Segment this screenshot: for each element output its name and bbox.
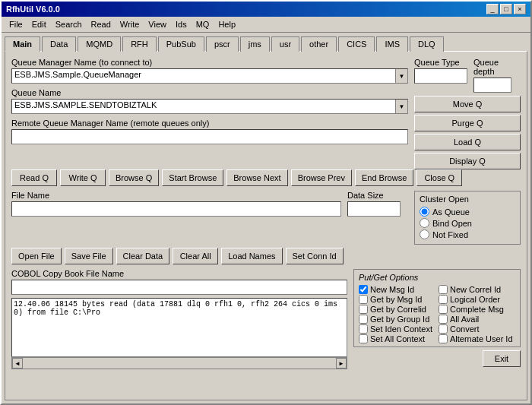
exit-row: Exit xyxy=(353,350,521,367)
queue-type-box: Queue Type xyxy=(414,58,467,93)
end-browse-button[interactable]: End Browse xyxy=(355,169,413,186)
right-buttons: Move Q Purge Q Load Q Display Q xyxy=(414,96,521,169)
file-size-cluster-row: File Name C:\Projects\Microsoft.Practice… xyxy=(11,191,521,245)
opt-get-by-correlid-check[interactable] xyxy=(359,305,368,314)
tab-rfh[interactable]: RFH xyxy=(122,36,157,52)
opt-set-iden-context-check[interactable] xyxy=(359,324,368,334)
cluster-bind-open-radio[interactable] xyxy=(420,218,429,228)
opt-get-by-correlid-label: Get by Correlid xyxy=(370,305,426,314)
opt-all-avail-check[interactable] xyxy=(439,315,448,324)
menu-help[interactable]: Help xyxy=(214,18,240,30)
opt-alternate-user-id: Alternate User Id xyxy=(439,334,515,343)
queue-type-input[interactable] xyxy=(414,68,467,84)
menu-mq[interactable]: MQ xyxy=(192,18,214,30)
purge-q-button[interactable]: Purge Q xyxy=(414,115,521,131)
read-q-button[interactable]: Read Q xyxy=(11,169,57,186)
menu-read[interactable]: Read xyxy=(87,18,116,30)
cobol-label: COBOL Copy Book File Name xyxy=(11,269,347,278)
left-bottom: COBOL Copy Book File Name 12.40.06 18145… xyxy=(11,269,347,369)
menu-write[interactable]: Write xyxy=(116,18,144,30)
exit-button[interactable]: Exit xyxy=(483,350,521,367)
window-controls: _ □ × xyxy=(486,4,526,14)
scroll-right-button[interactable]: ► xyxy=(336,358,347,369)
scroll-left-button[interactable]: ◄ xyxy=(12,358,23,369)
opt-new-msg-id-check[interactable] xyxy=(359,285,368,294)
menu-view[interactable]: View xyxy=(144,18,171,30)
clear-data-button[interactable]: Clear Data xyxy=(116,248,170,264)
set-conn-id-button[interactable]: Set Conn Id xyxy=(286,248,344,264)
tab-pscr[interactable]: pscr xyxy=(206,36,239,52)
file-name-label: File Name xyxy=(11,191,341,200)
right-bottom: Put/Get Options New Msg Id New Correl Id xyxy=(353,269,521,369)
browse-q-button[interactable]: Browse Q xyxy=(109,169,159,186)
tab-mqmd[interactable]: MQMD xyxy=(78,36,121,52)
opt-convert-check[interactable] xyxy=(439,324,448,334)
minimize-button[interactable]: _ xyxy=(486,4,499,14)
remote-queue-label: Remote Queue Manager Name (remote queues… xyxy=(11,119,408,128)
opt-complete-msg-check[interactable] xyxy=(439,305,448,314)
load-names-button[interactable]: Load Names xyxy=(221,248,282,264)
load-q-button[interactable]: Load Q xyxy=(414,134,521,150)
close-q-button[interactable]: Close Q xyxy=(416,169,462,186)
queue-name-group: Queue Name ESB.JMS.SAMPLE.SENDTOBIZTALK … xyxy=(11,88,408,114)
queue-type-depth-row: Queue Type Queue depth 0 xyxy=(414,58,521,93)
menu-edit[interactable]: Edit xyxy=(27,18,51,30)
opt-get-by-msg-id-label: Get by Msg Id xyxy=(370,295,422,304)
write-q-button[interactable]: Write Q xyxy=(60,169,106,186)
queue-manager-dropdown[interactable]: ▼ xyxy=(395,69,407,83)
opt-logical-order: Logical Order xyxy=(439,295,515,304)
display-q-button[interactable]: Display Q xyxy=(414,153,521,169)
log-text: 12.40.06 18145 bytes read (data 17881 dl… xyxy=(14,300,337,317)
tab-jms[interactable]: jms xyxy=(240,36,270,52)
queue-name-dropdown[interactable]: ▼ xyxy=(395,100,407,113)
data-size-input[interactable]: 17881 xyxy=(347,201,401,217)
cobol-input[interactable] xyxy=(11,280,347,295)
tab-main[interactable]: Main xyxy=(5,36,40,52)
browse-next-button[interactable]: Browse Next xyxy=(226,169,287,186)
opt-set-iden-context: Set Iden Context xyxy=(359,324,435,334)
queue-depth-input[interactable]: 0 xyxy=(473,78,511,93)
save-file-button[interactable]: Save File xyxy=(65,248,113,264)
opt-get-by-msg-id: Get by Msg Id xyxy=(359,295,435,304)
remote-queue-input[interactable] xyxy=(11,129,408,144)
opt-set-all-context-label: Set All Context xyxy=(370,334,425,343)
clear-all-button[interactable]: Clear All xyxy=(173,248,218,264)
title-bar: RfhUtil V6.0.0 _ □ × xyxy=(2,2,530,17)
horizontal-scrollbar[interactable]: ◄ ► xyxy=(11,357,347,369)
tab-dlq[interactable]: DLQ xyxy=(410,36,444,52)
browse-prev-button[interactable]: Browse Prev xyxy=(291,169,352,186)
cluster-as-queue-radio[interactable] xyxy=(420,207,429,217)
file-name-input[interactable]: C:\Projects\Microsoft.Practices.ESB\Sour… xyxy=(11,201,341,217)
tab-other[interactable]: other xyxy=(301,36,337,52)
opt-alternate-user-id-check[interactable] xyxy=(439,334,448,343)
start-browse-button[interactable]: Start Browse xyxy=(162,169,223,186)
maximize-button[interactable]: □ xyxy=(500,4,512,14)
close-button[interactable]: × xyxy=(514,4,526,14)
tab-pubsub[interactable]: PubSub xyxy=(158,36,204,52)
queue-name-value[interactable]: ESB.JMS.SAMPLE.SENDTOBIZTALK xyxy=(12,100,395,113)
open-file-button[interactable]: Open File xyxy=(11,248,62,264)
tab-cics[interactable]: CICS xyxy=(338,36,375,52)
bottom-area: COBOL Copy Book File Name 12.40.06 18145… xyxy=(11,269,521,369)
opt-get-by-group-id-check[interactable] xyxy=(359,315,368,324)
log-area: 12.40.06 18145 bytes read (data 17881 dl… xyxy=(11,298,347,357)
opt-new-correl-id-check[interactable] xyxy=(439,285,448,294)
tab-ims[interactable]: IMS xyxy=(376,36,408,52)
menu-file[interactable]: File xyxy=(5,18,27,30)
file-btn-row: Open File Save File Clear Data Clear All… xyxy=(11,248,521,264)
menu-ids[interactable]: Ids xyxy=(171,18,192,30)
main-content: Queue Manager Name (to connect to) ESB.J… xyxy=(5,51,527,400)
tab-data[interactable]: Data xyxy=(42,36,76,52)
queue-manager-value[interactable]: ESB.JMS.Sample.QueueManager xyxy=(12,69,395,83)
queue-depth-label: Queue depth xyxy=(473,58,521,76)
options-grid: New Msg Id New Correl Id Get by Msg Id xyxy=(359,285,515,343)
queue-type-label: Queue Type xyxy=(414,58,467,67)
opt-set-all-context-check[interactable] xyxy=(359,334,368,343)
opt-logical-order-check[interactable] xyxy=(439,295,448,304)
opt-alternate-user-id-label: Alternate User Id xyxy=(450,334,513,343)
menu-search[interactable]: Search xyxy=(51,18,87,30)
cluster-not-fixed-radio[interactable] xyxy=(420,229,429,239)
tab-usr[interactable]: usr xyxy=(271,36,299,52)
move-q-button[interactable]: Move Q xyxy=(414,96,521,112)
opt-get-by-msg-id-check[interactable] xyxy=(359,295,368,304)
